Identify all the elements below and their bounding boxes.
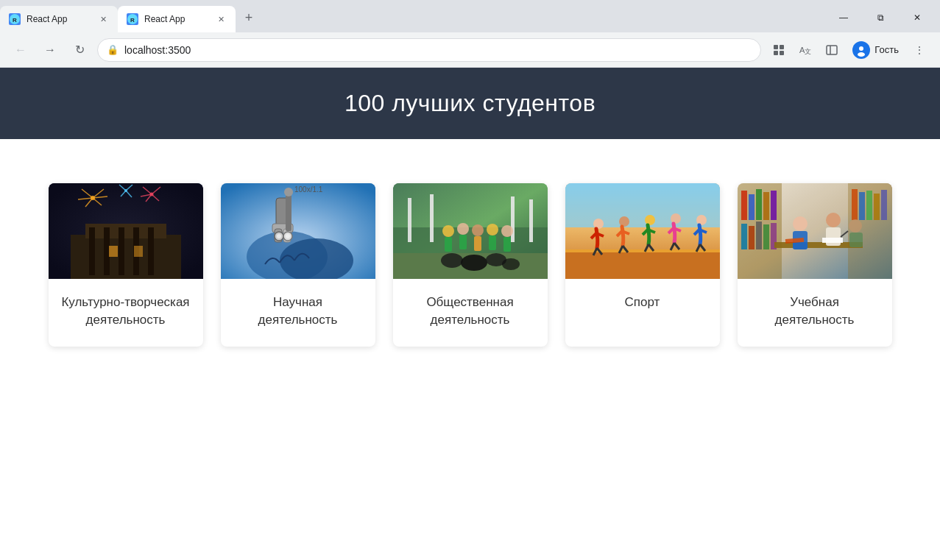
card-sport[interactable]: Спорт: [565, 183, 720, 347]
card-science-label: Научная деятельность: [221, 279, 375, 347]
svg-rect-98: [763, 224, 769, 249]
cultural-svg: [49, 183, 203, 279]
svg-rect-5: [780, 45, 784, 49]
tab-1-close[interactable]: ✕: [97, 13, 109, 25]
profile-button[interactable]: Гость: [847, 38, 905, 62]
svg-rect-61: [511, 196, 515, 242]
svg-rect-16: [71, 235, 181, 279]
svg-text:R: R: [130, 17, 135, 24]
svg-point-70: [487, 224, 498, 235]
card-sport-label: Спорт: [565, 279, 720, 329]
svg-point-86: [696, 215, 707, 225]
svg-rect-100: [852, 189, 858, 220]
extensions-button[interactable]: [767, 38, 791, 62]
svg-text:R: R: [13, 17, 17, 24]
tab-2-title: React App: [144, 14, 209, 24]
svg-point-77: [502, 258, 520, 270]
svg-rect-71: [489, 235, 496, 250]
svg-rect-94: [771, 191, 777, 220]
forward-button[interactable]: →: [38, 38, 62, 62]
svg-rect-6: [774, 51, 778, 55]
tab-1[interactable]: R React App ✕: [0, 6, 118, 32]
cards-section: Культурно-творческая деятельность: [0, 139, 940, 376]
svg-rect-19: [104, 227, 110, 275]
page-header: 100 лучших студентов: [0, 68, 940, 139]
sidebar-button[interactable]: [820, 38, 844, 62]
card-education[interactable]: Учебная деятельность: [738, 183, 892, 347]
card-social[interactable]: Общественная деятельность: [393, 183, 548, 347]
svg-point-68: [472, 224, 484, 236]
card-education-image: [738, 183, 892, 279]
browser-chrome: R React App ✕ R React App ✕ +: [0, 0, 940, 68]
tab-2-favicon: R: [127, 13, 138, 25]
svg-rect-103: [874, 194, 880, 220]
lock-icon: 🔒: [107, 44, 119, 55]
svg-rect-62: [529, 199, 533, 242]
svg-rect-42: [134, 246, 143, 257]
svg-rect-17: [85, 224, 166, 238]
window-controls: — ⧉ ✕: [827, 6, 940, 29]
svg-point-64: [442, 225, 454, 237]
address-bar[interactable]: 🔒 localhost:3500: [97, 38, 761, 62]
svg-rect-115: [782, 183, 848, 242]
maximize-button[interactable]: ⧉: [863, 6, 897, 29]
svg-rect-41: [109, 246, 118, 257]
svg-point-66: [457, 223, 469, 235]
svg-rect-73: [503, 237, 511, 252]
svg-rect-7: [780, 51, 784, 55]
page-content: 100 лучших студентов: [0, 68, 940, 560]
svg-rect-104: [881, 190, 887, 220]
sport-svg: [565, 183, 720, 279]
tab-bar-content: R React App ✕ R React App ✕ +: [0, 3, 940, 32]
svg-text:100x/1.1: 100x/1.1: [294, 185, 323, 194]
tab-2-close[interactable]: ✕: [215, 13, 227, 25]
svg-point-55: [284, 188, 293, 196]
card-cultural-image: [49, 183, 203, 279]
profile-avatar: [852, 41, 870, 59]
minimize-button[interactable]: —: [827, 6, 861, 29]
translate-button[interactable]: A 文: [794, 38, 817, 62]
svg-rect-97: [756, 221, 762, 249]
tab-2[interactable]: R React App ✕: [118, 6, 236, 32]
card-education-label: Учебная деятельность: [738, 279, 892, 347]
svg-point-74: [441, 253, 463, 268]
card-science-image: 100x/1.1: [221, 183, 375, 279]
card-social-label: Общественная деятельность: [393, 279, 548, 347]
svg-point-85: [671, 213, 681, 224]
close-window-button[interactable]: ✕: [900, 6, 934, 29]
svg-point-82: [593, 219, 604, 229]
svg-rect-10: [827, 46, 837, 54]
svg-rect-60: [430, 194, 434, 242]
card-cultural-label: Культурно-творческая деятельность: [49, 279, 203, 347]
svg-rect-18: [89, 227, 95, 275]
reload-button[interactable]: ↻: [68, 38, 91, 62]
svg-rect-114: [849, 233, 863, 247]
svg-rect-54: [286, 194, 291, 231]
education-svg: [738, 183, 892, 279]
svg-point-51: [277, 234, 281, 238]
card-sport-image: [565, 183, 720, 279]
card-cultural[interactable]: Культурно-творческая деятельность: [49, 183, 203, 347]
svg-rect-59: [408, 198, 411, 242]
svg-rect-92: [756, 189, 762, 220]
menu-button[interactable]: ⋮: [908, 38, 931, 62]
science-svg: 100x/1.1: [221, 183, 375, 279]
toolbar-right: A 文 Гость ⋮: [767, 38, 931, 62]
svg-point-14: [858, 52, 865, 57]
card-social-image: [393, 183, 548, 279]
svg-rect-90: [741, 191, 747, 220]
social-svg: [393, 183, 548, 279]
svg-rect-91: [749, 194, 755, 220]
svg-point-113: [849, 219, 862, 233]
tab-bar: R React App ✕ R React App ✕ +: [0, 0, 940, 32]
svg-rect-4: [774, 45, 778, 49]
address-text: localhost:3500: [124, 44, 191, 56]
new-tab-button[interactable]: +: [238, 7, 259, 28]
svg-rect-102: [866, 191, 872, 220]
back-button[interactable]: ←: [9, 38, 32, 62]
tab-1-title: React App: [26, 14, 91, 24]
svg-rect-95: [741, 224, 747, 249]
card-science[interactable]: 100x/1.1 Научная деятельность: [221, 183, 375, 347]
tab-1-favicon: R: [9, 13, 21, 25]
svg-point-83: [619, 216, 629, 227]
